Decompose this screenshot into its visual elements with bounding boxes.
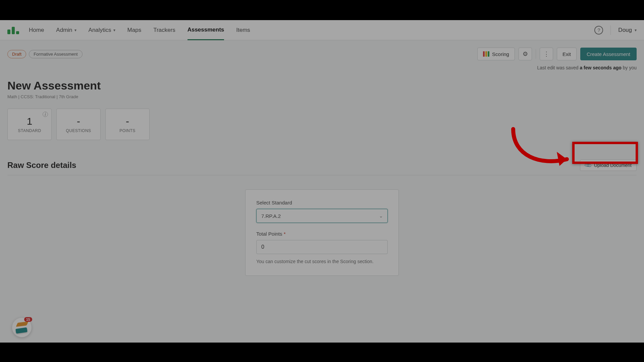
nav-trackers[interactable]: Trackers (153, 21, 175, 40)
draft-badge: Draft (7, 50, 26, 58)
stat-standard-label: STANDARD (18, 128, 41, 133)
nav-home[interactable]: Home (29, 21, 44, 40)
nav-admin[interactable]: Admin ▾ (56, 21, 76, 40)
upload-document-button[interactable]: 📎 Upload Document (580, 160, 637, 171)
save-info: Last edit was saved a few seconds ago by… (7, 65, 637, 70)
section-title: Raw Score details (7, 161, 76, 170)
navbar: Home Admin ▾ Analytics ▾ Maps Trackers A… (0, 20, 644, 40)
info-icon[interactable]: i (43, 112, 48, 117)
chevron-down-icon: ▾ (74, 28, 76, 33)
total-points-label: Total Points * (256, 231, 388, 237)
select-standard-value: 7.RP.A.2 (256, 209, 388, 223)
page-title: New Assessment (7, 79, 637, 92)
upload-label: Upload Document (594, 163, 632, 168)
nav-assessments[interactable]: Assessments (187, 20, 224, 40)
nav-items[interactable]: Items (236, 21, 250, 40)
chevron-down-icon: ▾ (635, 28, 637, 33)
app-frame: Home Admin ▾ Analytics ▾ Maps Trackers A… (0, 20, 644, 343)
stat-questions[interactable]: - QUESTIONS (56, 109, 101, 140)
stat-points-value: - (126, 116, 129, 127)
kebab-icon: ⋮ (543, 50, 549, 58)
gear-icon: ⚙ (523, 50, 528, 58)
required-asterisk: * (284, 231, 286, 237)
stat-questions-value: - (77, 116, 80, 127)
formative-badge: Formative Assessment (29, 50, 83, 58)
select-standard[interactable]: 7.RP.A.2 ⌄ (256, 209, 388, 223)
stat-questions-label: QUESTIONS (66, 128, 91, 133)
content: Draft Formative Assessment Scoring ⚙ ⋮ E… (0, 40, 644, 283)
nav-analytics[interactable]: Analytics ▾ (89, 21, 115, 40)
widget-count-badge: 15 (24, 317, 32, 322)
save-suffix: by you (622, 65, 637, 70)
save-when: a few seconds ago (580, 65, 621, 70)
letterbox-bottom (0, 343, 644, 362)
help-icon[interactable]: ? (594, 26, 603, 35)
letterbox-top (0, 0, 644, 20)
paperclip-icon: 📎 (584, 161, 592, 170)
select-standard-label: Select Standard (256, 200, 388, 205)
user-menu[interactable]: Doug ▾ (618, 27, 637, 34)
page-subtitle: Math | CCSS: Traditional | 7th Grade (7, 94, 637, 99)
section-header: Raw Score details 📎 Upload Document (7, 160, 637, 175)
nav-analytics-label: Analytics (89, 27, 111, 34)
save-prefix: Last edit was saved (537, 65, 580, 70)
scoring-button[interactable]: Scoring (477, 48, 515, 60)
status-badges: Draft Formative Assessment (7, 50, 83, 58)
scoring-bars-icon (483, 51, 489, 57)
scoring-label: Scoring (492, 51, 509, 57)
nav-maps[interactable]: Maps (127, 21, 142, 40)
more-button[interactable]: ⋮ (540, 48, 553, 60)
nav-links: Home Admin ▾ Analytics ▾ Maps Trackers A… (29, 20, 250, 40)
widget-icon (16, 321, 28, 334)
top-row: Draft Formative Assessment Scoring ⚙ ⋮ E… (7, 48, 637, 60)
nav-right: ? Doug ▾ (594, 25, 637, 35)
app-logo[interactable] (7, 26, 19, 34)
stat-standard-value: 1 (27, 116, 33, 127)
form-card: Select Standard 7.RP.A.2 ⌄ Total Points … (245, 189, 399, 276)
create-assessment-button[interactable]: Create Assessment (580, 48, 637, 60)
divider (536, 49, 536, 59)
stat-cards: i 1 STANDARD - QUESTIONS - POINTS (7, 109, 637, 140)
total-points-input[interactable] (256, 240, 388, 254)
stat-standard[interactable]: i 1 STANDARD (7, 109, 52, 140)
divider (610, 25, 611, 35)
stat-points[interactable]: - POINTS (105, 109, 150, 140)
points-hint: You can customize the cut scores in the … (256, 259, 388, 264)
total-points-label-text: Total Points (256, 231, 284, 237)
nav-admin-label: Admin (56, 27, 72, 34)
help-widget[interactable]: 15 (12, 318, 32, 337)
stat-points-label: POINTS (119, 128, 136, 133)
settings-button[interactable]: ⚙ (519, 48, 532, 60)
exit-button[interactable]: Exit (557, 48, 577, 60)
user-name: Doug (618, 27, 632, 34)
top-actions: Scoring ⚙ ⋮ Exit Create Assessment (477, 48, 637, 60)
chevron-down-icon: ▾ (113, 28, 115, 33)
